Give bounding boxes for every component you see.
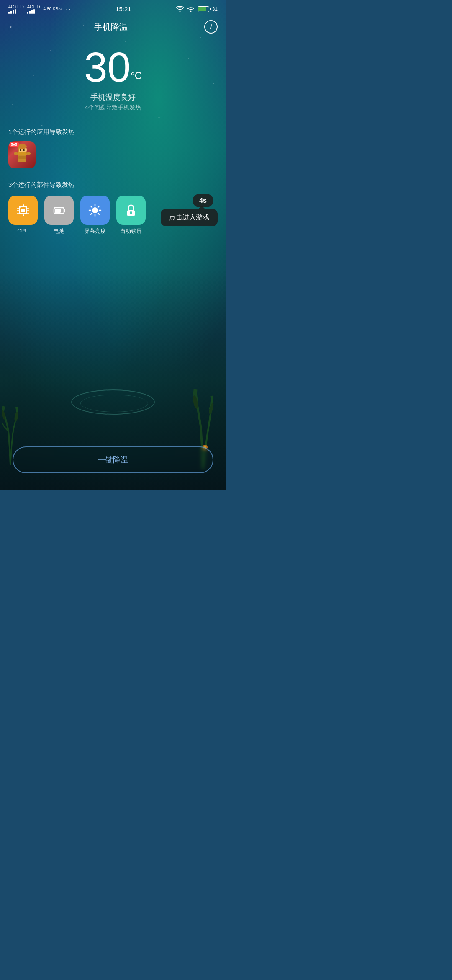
battery-icon-box	[44, 196, 74, 225]
one-click-cool-button[interactable]: 一键降温	[13, 446, 213, 473]
back-button[interactable]: ←	[8, 21, 18, 32]
cpu-label: CPU	[17, 227, 28, 234]
component-icons-list: CPU 电池	[8, 196, 146, 235]
apps-section-label: 1个运行的应用导致发热	[8, 128, 218, 136]
game-badge: 5v5	[9, 142, 19, 147]
svg-rect-45	[131, 213, 131, 214]
status-left: 4G+HD 4GHD 4.80 KB/s ···	[8, 4, 71, 14]
water-ripple	[71, 389, 155, 415]
battery-body	[198, 6, 209, 12]
lock-icon-box	[116, 196, 146, 225]
svg-rect-20	[23, 204, 24, 206]
battery-svg-icon	[51, 202, 67, 219]
svg-rect-13	[18, 156, 26, 159]
top-navigation: ← 手机降温 i	[0, 16, 226, 38]
signal-4g-1: 4G+HD	[8, 4, 24, 14]
component-item-battery[interactable]: 电池	[44, 196, 74, 235]
info-button[interactable]: i	[204, 20, 218, 34]
bar2	[10, 11, 12, 14]
cpu-icon-box	[8, 196, 38, 225]
bar2	[29, 11, 31, 14]
svg-rect-28	[27, 208, 29, 209]
svg-rect-29	[27, 210, 29, 211]
status-bar: 4G+HD 4GHD 4.80 KB/s ··· 15:21	[0, 0, 226, 16]
cpu-svg-icon	[15, 202, 31, 219]
component-item-brightness[interactable]: 屏幕亮度	[80, 196, 110, 235]
bar4	[33, 9, 35, 14]
bar1	[27, 12, 28, 14]
wifi-icon-2	[187, 6, 195, 13]
battery-label: 电池	[54, 227, 64, 235]
temperature-number: 30	[84, 46, 131, 88]
battery-percentage: 31	[212, 6, 218, 12]
svg-line-40	[98, 213, 99, 214]
game-app-icon[interactable]: 5v5	[8, 141, 36, 168]
svg-rect-12	[17, 152, 27, 155]
bar3	[13, 10, 14, 14]
svg-rect-18	[21, 209, 25, 212]
svg-point-34	[92, 207, 98, 213]
battery-fill	[198, 7, 206, 11]
signal-bars-1	[8, 9, 24, 14]
autolock-label: 自动锁屏	[120, 227, 142, 235]
svg-rect-25	[17, 208, 19, 209]
tooltip-bubble[interactable]: 点击进入游戏	[161, 209, 218, 226]
tooltip-area: 4s 点击进入游戏	[161, 194, 218, 226]
component-row: CPU 电池	[8, 194, 218, 235]
battery-tip	[210, 8, 211, 10]
bottom-area: 一键降温	[0, 446, 226, 473]
status-right: 31	[176, 6, 218, 13]
component-item-cpu[interactable]: CPU	[8, 196, 38, 235]
svg-point-11	[23, 149, 25, 151]
svg-rect-21	[26, 204, 26, 206]
main-content: 30°C 手机温度良好 4个问题导致手机发热 1个运行的应用导致发热 5v5	[0, 38, 226, 235]
svg-line-42	[91, 213, 92, 214]
brightness-svg-icon	[87, 202, 103, 219]
svg-rect-15	[26, 152, 31, 155]
svg-rect-26	[17, 210, 19, 211]
page-title: 手机降温	[94, 21, 128, 33]
battery-indicator: 31	[198, 6, 218, 12]
clock: 15:21	[116, 5, 131, 13]
lock-svg-icon	[123, 202, 139, 219]
brightness-label: 屏幕亮度	[84, 227, 106, 235]
brightness-icon-box	[80, 196, 110, 225]
temperature-status: 手机温度良好	[8, 92, 218, 102]
svg-rect-22	[21, 214, 21, 216]
svg-line-41	[98, 206, 99, 207]
component-item-autolock[interactable]: 自动锁屏	[116, 196, 146, 235]
svg-rect-30	[27, 213, 29, 214]
temperature-value-container: 30°C	[8, 46, 218, 88]
temperature-unit: °C	[131, 70, 142, 81]
app-icons-list: 5v5	[8, 141, 218, 168]
svg-rect-32	[64, 209, 65, 212]
svg-rect-23	[23, 214, 24, 216]
svg-rect-33	[55, 209, 61, 213]
bar3	[31, 10, 33, 14]
network-speed: 4.80 KB/s	[44, 7, 62, 12]
svg-rect-14	[14, 152, 18, 155]
temperature-display: 30°C 手机温度良好 4个问题导致手机发热	[8, 38, 218, 116]
svg-rect-24	[26, 214, 26, 216]
components-section-label: 3个运行的部件导致发热	[8, 181, 218, 189]
dots-menu: ···	[63, 5, 71, 13]
bar1	[8, 12, 10, 14]
signal-4g-2: 4GHD	[27, 4, 40, 14]
svg-rect-27	[17, 213, 19, 214]
bar4	[15, 9, 16, 14]
svg-line-39	[91, 206, 92, 207]
svg-rect-19	[21, 204, 21, 206]
wifi-icon-1	[176, 6, 184, 13]
svg-point-10	[20, 149, 21, 151]
signal-bars-2	[27, 9, 40, 14]
svg-point-3	[208, 402, 215, 414]
temperature-issues: 4个问题导致手机发热	[8, 104, 218, 111]
